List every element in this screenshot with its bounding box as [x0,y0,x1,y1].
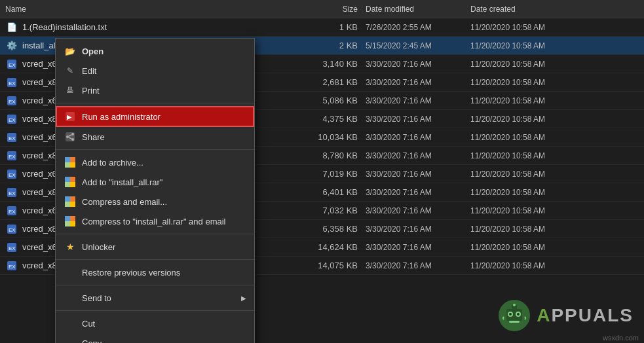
menu-label-compress_email: Compress and email... [82,197,167,207]
svg-text:EX: EX [9,245,16,251]
file-size: 10,034 KB [294,132,366,142]
header-name[interactable]: Name [5,5,294,14]
svg-rect-42 [65,202,70,207]
file-icon: 📄 [5,21,18,34]
menu-label-cut: Cut [82,319,95,329]
menu-label-print: Print [82,86,100,96]
svg-rect-43 [70,202,75,207]
menu-icon-unlocker: ★ [64,240,77,253]
file-size: 2,681 KB [294,77,366,87]
svg-text:EX: EX [9,227,16,233]
svg-text:EX: EX [9,99,16,105]
menu-separator [56,234,254,234]
menu-separator [56,103,254,103]
menu-icon-add_install [64,175,77,189]
file-size: 7,032 KB [294,206,366,215]
svg-rect-40 [65,196,70,202]
svg-rect-36 [65,177,70,182]
svg-point-28 [71,133,74,135]
header-size[interactable]: Size [294,5,366,14]
file-modified: 3/30/2020 7:16 AM [366,261,470,270]
file-created: 11/20/2020 10:58 AM [470,41,575,50]
menu-item-share[interactable]: Share [56,127,254,147]
file-size: 3,140 KB [294,59,366,69]
svg-rect-44 [65,216,70,221]
file-size: 4,375 KB [294,114,366,124]
file-icon: EX [5,223,18,236]
svg-text:EX: EX [9,135,16,141]
menu-item-run_admin[interactable]: ▶ Run as administrator [56,106,254,127]
file-icon: EX [5,113,18,126]
file-icon: EX [5,186,18,199]
menu-item-add_archive[interactable]: Add to archive... [56,153,254,172]
file-modified: 3/30/2020 7:16 AM [366,78,470,87]
menu-label-unlocker: Unlocker [82,242,115,252]
menu-icon-share [64,130,77,143]
menu-item-send_to[interactable]: Send to▶ [56,288,254,308]
watermark-text: APPUALS [537,305,634,326]
menu-separator [56,285,254,285]
menu-item-copy[interactable]: Copy [56,333,254,343]
menu-icon-send_to [64,291,77,304]
file-modified: 3/30/2020 7:16 AM [366,206,470,215]
file-icon: EX [5,149,18,162]
file-created: 11/20/2020 10:58 AM [470,96,575,105]
menu-item-unlocker[interactable]: ★Unlocker [56,237,254,257]
file-created: 11/20/2020 10:58 AM [470,206,575,215]
file-icon: EX [5,131,18,144]
file-created: 11/20/2020 10:58 AM [470,78,575,87]
file-icon: ⚙️ [5,39,18,52]
file-size: 8,780 KB [294,151,366,160]
file-modified: 3/30/2020 7:16 AM [366,96,470,105]
file-size: 7,019 KB [294,169,366,179]
svg-point-52 [509,313,512,316]
file-icon: EX [5,241,18,254]
file-modified: 3/30/2020 7:16 AM [366,151,470,160]
file-created: 11/20/2020 10:58 AM [470,23,575,32]
file-icon: EX [5,94,18,107]
file-created: 11/20/2020 10:58 AM [470,243,575,252]
file-icon: EX [5,204,18,217]
menu-item-open[interactable]: 📂Open [56,41,254,61]
table-row[interactable]: 📄 1.(Read)installation.txt 1 KB 7/26/202… [0,18,644,37]
file-modified: 3/30/2020 7:16 AM [366,188,470,197]
menu-icon-copy [64,336,77,343]
menu-item-compress_email[interactable]: Compress and email... [56,192,254,211]
file-created: 11/20/2020 10:58 AM [470,133,575,142]
menu-label-run_admin: Run as administrator [82,112,161,122]
menu-item-cut[interactable]: Cut [56,314,254,333]
menu-icon-edit: ✎ [64,64,77,77]
svg-text:EX: EX [9,62,16,68]
menu-item-compress_install_email[interactable]: Compress to "install_all.rar" and email [56,211,254,231]
menu-item-edit[interactable]: ✎Edit [56,61,254,81]
svg-point-53 [517,313,520,316]
file-size: 2 KB [294,41,366,50]
file-icon: EX [5,259,18,272]
file-size: 1 KB [294,22,366,32]
file-created: 11/20/2020 10:58 AM [470,225,575,234]
menu-separator [56,259,254,260]
svg-text:▶: ▶ [67,114,72,120]
file-created: 11/20/2020 10:58 AM [470,115,575,124]
svg-rect-34 [65,162,70,168]
file-created: 11/20/2020 10:58 AM [470,170,575,179]
menu-label-copy: Copy [82,338,102,344]
header-created[interactable]: Date created [470,5,575,14]
file-size: 14,624 KB [294,242,366,252]
file-modified: 3/30/2020 7:16 AM [366,225,470,234]
svg-text:EX: EX [9,190,16,196]
file-modified: 3/30/2020 7:16 AM [366,60,470,69]
file-modified: 7/26/2020 2:55 AM [366,23,470,32]
svg-rect-46 [65,221,70,226]
menu-icon-add_archive [64,156,77,169]
svg-rect-54 [509,321,520,323]
header-modified[interactable]: Date modified [366,5,470,14]
file-icon: EX [5,58,18,71]
file-modified: 3/30/2020 7:16 AM [366,133,470,142]
menu-item-print[interactable]: 🖶Print [56,81,254,100]
menu-item-restore[interactable]: Restore previous versions [56,262,254,282]
svg-rect-32 [65,157,70,162]
file-size: 6,401 KB [294,187,366,197]
menu-item-add_install[interactable]: Add to "install_all.rar" [56,172,254,192]
file-name-cell: 📄 1.(Read)installation.txt [5,21,294,34]
